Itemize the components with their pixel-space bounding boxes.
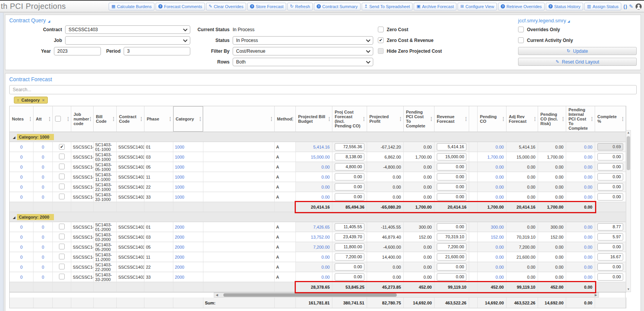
pco-link[interactable]: 0.00: [496, 275, 504, 279]
column-menu-icon[interactable]: ⋮: [464, 116, 468, 122]
pbb-link[interactable]: 7,426.65: [313, 225, 330, 229]
pcf-input[interactable]: 23,439.70: [335, 233, 364, 241]
retrieve-overrides-button[interactable]: ?Retrieve Overrides: [498, 3, 545, 10]
column-menu-icon[interactable]: ⋮: [28, 116, 33, 122]
forecast-comments-button[interactable]: ?Forecast Comments: [156, 3, 205, 10]
pcf-input[interactable]: 0.00: [335, 193, 364, 201]
pipci-link[interactable]: 0.00: [584, 155, 592, 159]
att-link[interactable]: 0: [42, 185, 44, 189]
column-menu-icon[interactable]: ⋮: [561, 116, 565, 122]
pbb-link[interactable]: 0.00: [322, 275, 330, 279]
category-link[interactable]: 1000: [175, 185, 184, 189]
pcf-input[interactable]: 11,405.55: [335, 223, 364, 231]
row-checkbox[interactable]: [59, 244, 65, 249]
scroll-right-icon[interactable]: ▶: [593, 293, 599, 297]
row-checkbox[interactable]: [59, 264, 65, 269]
configure-view-button[interactable]: ⊞Configure View: [458, 3, 497, 10]
pipci-link[interactable]: 0.00: [584, 145, 592, 149]
column-menu-icon[interactable]: ⋮: [290, 116, 295, 122]
column-header-check[interactable]: ⋮: [53, 106, 71, 132]
calculate-burdens-button[interactable]: ▦Calculate Burdens: [109, 3, 154, 10]
comp-input[interactable]: 0.69: [597, 143, 623, 150]
pcf-input[interactable]: 7,200.00: [335, 253, 364, 261]
column-menu-icon[interactable]: ⋮: [269, 116, 274, 122]
column-menu-icon[interactable]: ⋮: [139, 116, 144, 122]
pcf-input[interactable]: 8,138.00: [335, 153, 364, 161]
rows-select[interactable]: Both: [233, 58, 373, 66]
column-menu-icon[interactable]: ⋮: [66, 116, 70, 122]
notes-link[interactable]: 0: [20, 165, 22, 169]
row-checkbox[interactable]: [59, 234, 65, 239]
column-header-pp[interactable]: Projected Profit⋮: [367, 106, 404, 132]
column-header-phase[interactable]: Phase⋮: [144, 106, 173, 132]
status-history-button[interactable]: ?Status History: [546, 3, 583, 10]
pipci-link[interactable]: 0.00: [584, 195, 592, 199]
rf-input[interactable]: 0.00: [437, 193, 466, 201]
contract-select[interactable]: SSCSSC1403: [65, 25, 190, 34]
notes-link[interactable]: 0: [20, 195, 22, 199]
vertical-scrollbar[interactable]: ▲ ▼: [626, 130, 631, 292]
pbb-link[interactable]: 0.00: [322, 265, 330, 269]
category-link[interactable]: 1000: [175, 155, 184, 159]
user-icon[interactable]: [636, 3, 642, 10]
column-header-bill[interactable]: Bill Code⋮: [94, 106, 117, 132]
group-collapse-icon[interactable]: ◢: [13, 216, 15, 219]
category-link[interactable]: 2000: [175, 275, 184, 279]
rf-input[interactable]: 0.00: [437, 223, 466, 231]
group-header-row[interactable]: ◢Category: 2000: [10, 212, 626, 222]
column-header-arf[interactable]: Adj Rev Forecast⋮: [506, 106, 538, 132]
rf-input[interactable]: 0.00: [437, 263, 466, 271]
att-link[interactable]: 0: [42, 245, 44, 249]
comp-input[interactable]: 0.00: [597, 263, 623, 271]
rf-input[interactable]: 7,200.00: [437, 243, 466, 251]
period-input[interactable]: [124, 47, 190, 55]
column-menu-icon[interactable]: ⋮: [429, 116, 434, 122]
category-link[interactable]: 1000: [175, 145, 184, 149]
column-header-att[interactable]: Att⋮: [34, 106, 53, 132]
category-link[interactable]: 1000: [175, 195, 184, 199]
row-checkbox[interactable]: [59, 194, 65, 199]
pipci-link[interactable]: 0.00: [584, 255, 592, 259]
pco-link[interactable]: 0.00: [496, 175, 504, 179]
notes-link[interactable]: 0: [20, 265, 22, 269]
column-header-pco[interactable]: Pending CO⋮: [478, 106, 506, 132]
checkbox-hide-zero-projected-cost[interactable]: Hide Zero Projected Cost: [378, 48, 491, 54]
row-checkbox[interactable]: [59, 144, 65, 150]
assign-status-button[interactable]: ▥Assign Status: [584, 3, 621, 10]
code-icon[interactable]: ( ): [624, 4, 627, 9]
sort-ascending-icon[interactable]: ↑: [17, 98, 19, 102]
pbb-link[interactable]: 5,414.16: [313, 145, 330, 149]
pcf-input[interactable]: 0.00: [335, 183, 364, 191]
vertical-scroll-thumb[interactable]: [627, 136, 630, 170]
filter-by-select[interactable]: Cost/Revenue: [233, 47, 373, 55]
pco-link[interactable]: 1,700.00: [487, 155, 504, 159]
pcf-input[interactable]: 0.00: [335, 273, 364, 281]
comp-input[interactable]: 16.67: [597, 253, 623, 261]
status-select[interactable]: In Process: [233, 36, 373, 45]
att-link[interactable]: 0: [42, 175, 44, 179]
column-menu-icon[interactable]: ⋮: [327, 116, 332, 122]
column-menu-icon[interactable]: ⋮: [168, 116, 173, 122]
notes-link[interactable]: 0: [20, 235, 22, 239]
column-menu-icon[interactable]: ⋮: [533, 116, 537, 122]
category-link[interactable]: 2000: [175, 235, 184, 239]
horizontal-scrollbar[interactable]: ◀ ▶: [214, 293, 599, 298]
att-link[interactable]: 0: [42, 275, 44, 279]
row-checkbox[interactable]: [59, 154, 65, 159]
comp-input[interactable]: 0.00: [597, 243, 623, 251]
att-link[interactable]: 0: [42, 235, 44, 239]
category-link[interactable]: 1000: [175, 175, 184, 179]
column-menu-icon[interactable]: ⋮: [590, 116, 594, 122]
scroll-down-icon[interactable]: ▼: [627, 287, 630, 292]
update-button[interactable]: ↻ Update: [518, 47, 637, 55]
notes-link[interactable]: 0: [20, 275, 22, 279]
pipci-link[interactable]: 0.00: [584, 175, 592, 179]
notes-link[interactable]: 0: [20, 145, 22, 149]
archive-forecast-button[interactable]: ▣Archive Forecast: [414, 3, 456, 10]
notes-link[interactable]: 0: [20, 255, 22, 259]
pco-link[interactable]: 0.00: [496, 265, 504, 269]
legend-link[interactable]: jccf.smry.legend.smry ◢: [518, 18, 570, 23]
pco-link[interactable]: 0.00: [496, 185, 504, 189]
pipci-link[interactable]: 0.00: [584, 165, 592, 169]
column-header-pcf[interactable]: Proj Cost Forecast (Incl. Pending CO)⋮: [332, 106, 367, 132]
